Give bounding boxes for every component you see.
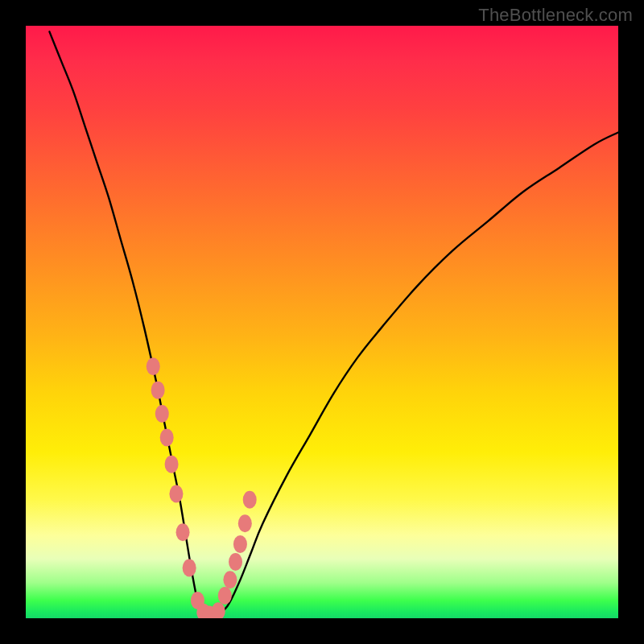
curve-marker <box>169 485 183 502</box>
curve-marker <box>155 405 169 423</box>
plot-area <box>26 26 618 618</box>
curve-layer <box>26 26 618 618</box>
curve-marker <box>176 523 190 541</box>
curve-marker <box>218 587 232 605</box>
curve-marker <box>183 559 196 576</box>
curve-marker <box>165 456 179 473</box>
curve-marker <box>238 514 252 532</box>
curve-marker <box>212 602 225 618</box>
curve-marker <box>151 382 165 399</box>
curve-marker <box>243 491 257 509</box>
curve-marker <box>229 553 242 571</box>
curve-marker <box>147 357 160 375</box>
curve-marker <box>160 429 174 447</box>
chart-frame: TheBottleneck.com <box>0 0 644 644</box>
curve-marker <box>223 571 237 588</box>
watermark-text: TheBottleneck.com <box>478 5 633 26</box>
curve-marker <box>233 535 247 553</box>
bottleneck-curve <box>49 31 618 616</box>
